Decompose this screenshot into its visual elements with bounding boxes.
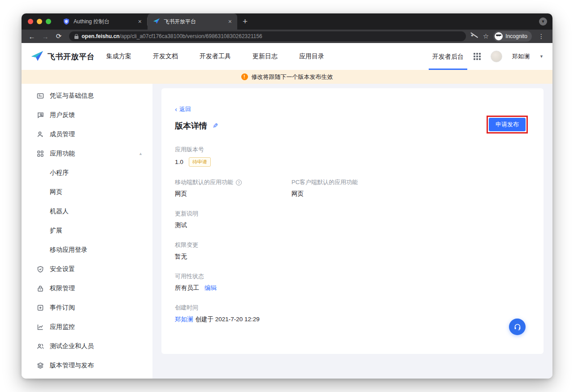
lock-icon <box>74 34 78 39</box>
tab-close-icon[interactable]: × <box>138 18 142 25</box>
avatar[interactable] <box>491 51 502 62</box>
edit-link[interactable]: 编辑 <box>204 284 217 292</box>
star-icon[interactable]: ☆ <box>483 32 489 40</box>
sidebar-item-label: 扩展 <box>50 227 62 235</box>
version-detail-card: ‹ 返回 版本详情 ✎ 申请发布 应用版本号 1.0 待申请 <box>161 88 544 354</box>
sidebar-item-version-mgmt[interactable]: 版本管理与发布 <box>22 356 152 375</box>
sidebar-item-label: 版本管理与发布 <box>50 362 94 370</box>
tab-close-icon[interactable]: × <box>228 18 232 25</box>
collapse-arrow-icon[interactable]: ▲ <box>139 151 143 156</box>
sidebar-item-label: 网页 <box>50 188 62 196</box>
sidebar-item-permissions[interactable]: 权限管理 <box>22 279 152 298</box>
new-tab-button[interactable]: + <box>237 17 253 26</box>
annotation-red-box: 申请发布 <box>487 116 528 134</box>
sidebar-item-label: 事件订阅 <box>50 304 75 312</box>
sidebar-item-test-org[interactable]: 测试企业和人员 <box>22 336 152 356</box>
traffic-lights <box>22 19 57 24</box>
nav-item-changelog[interactable]: 更新日志 <box>252 52 278 60</box>
alert-icon: ! <box>241 73 248 80</box>
sidebar-item-app-features[interactable]: 应用功能 ▲ <box>22 144 152 163</box>
sidebar-item-members[interactable]: 成员管理 <box>22 125 152 144</box>
creator-link[interactable]: 郑如澜 <box>175 315 193 323</box>
kebab-menu-icon[interactable]: ⋮ <box>536 33 546 40</box>
page-title: 版本详情 <box>175 121 207 131</box>
nav-menu: 集成方案 开发文档 开发者工具 更新日志 应用目录 <box>106 52 324 60</box>
sidebar-item-security[interactable]: 安全设置 <box>22 259 152 279</box>
sidebar-item-extension[interactable]: 扩展 <box>22 221 152 240</box>
apps-grid-icon[interactable] <box>474 53 481 60</box>
tab-title: Authing 控制台 <box>74 18 135 26</box>
sidebar-item-feedback[interactable]: 用户反馈 <box>22 105 152 125</box>
sidebar-item-miniprogram[interactable]: 小程序 <box>22 163 152 182</box>
nav-item-tools[interactable]: 开发者工具 <box>200 52 231 60</box>
sidebar-item-label: 机器人 <box>50 207 69 215</box>
permission-value: 暂无 <box>175 253 530 261</box>
sidebar-item-monitoring[interactable]: 应用监控 <box>22 317 152 336</box>
feishu-top-nav: 飞书开放平台 集成方案 开发文档 开发者工具 更新日志 应用目录 开发者后台 郑… <box>22 43 552 70</box>
sidebar-item-bot[interactable]: 机器人 <box>22 202 152 221</box>
help-circle-icon[interactable]: ? <box>236 180 242 185</box>
field-label: 应用版本号 <box>175 146 530 154</box>
sidebar-item-mobile-login[interactable]: 移动应用登录 <box>22 240 152 259</box>
reload-icon[interactable]: ⟳ <box>53 32 65 40</box>
feishu-logo-icon <box>30 51 44 62</box>
sidebar-item-label: 用户反馈 <box>50 111 75 119</box>
back-link[interactable]: ‹ 返回 <box>175 105 191 113</box>
address-bar[interactable]: open.feishu.cn/app/cli_a07cf176ca38100b/… <box>69 31 466 41</box>
edit-pencil-icon[interactable]: ✎ <box>213 122 218 130</box>
chevron-left-icon: ‹ <box>175 107 177 112</box>
headset-icon <box>513 323 522 331</box>
field-created-time: 创建时间 郑如澜 创建于 2021-7-20 12:29 <box>175 304 530 323</box>
field-default-features: 移动端默认的应用功能 ? 网页 PC客户端默认的应用功能 网页 <box>175 178 530 198</box>
sidebar-item-label: 测试企业和人员 <box>50 342 94 350</box>
brand[interactable]: 飞书开放平台 <box>30 51 95 62</box>
nav-item-directory[interactable]: 应用目录 <box>299 52 324 60</box>
sidebar-item-label: 移动应用登录 <box>50 246 87 254</box>
forward-icon[interactable]: → <box>39 33 51 40</box>
sidebar-item-event-subscribe[interactable]: 事件订阅 <box>22 298 152 317</box>
nav-item-integration[interactable]: 集成方案 <box>106 52 131 60</box>
minimize-window-button[interactable] <box>37 19 42 24</box>
sidebar-item-webpage[interactable]: 网页 <box>22 182 152 202</box>
browser-window: Authing 控制台 × 飞书开放平台 × + ▼ ← → ⟳ open.fe… <box>22 13 552 379</box>
zoom-window-button[interactable] <box>46 19 51 24</box>
people-icon <box>37 343 44 350</box>
layers-icon <box>37 362 44 369</box>
tab-search-button[interactable]: ▼ <box>539 17 547 26</box>
feishu-favicon <box>153 18 160 25</box>
user-name[interactable]: 郑如澜 <box>512 52 530 60</box>
sidebar-item-label: 凭证与基础信息 <box>50 92 94 100</box>
field-version: 应用版本号 1.0 待申请 <box>175 146 530 167</box>
apply-publish-button[interactable]: 申请发布 <box>489 118 526 131</box>
member-add-icon <box>37 131 44 138</box>
shield-favicon <box>63 18 70 25</box>
brand-name: 飞书开放平台 <box>48 52 95 62</box>
shield-check-icon <box>37 266 44 273</box>
pc-feature-value: 网页 <box>291 190 358 198</box>
support-fab[interactable] <box>509 319 526 335</box>
version-value: 1.0 <box>175 159 183 165</box>
toolbar-right: ☆ Incognito ⋮ <box>470 31 548 42</box>
sidebar-item-label: 安全设置 <box>50 265 75 273</box>
tab-authing[interactable]: Authing 控制台 × <box>57 13 147 30</box>
sidebar-item-credentials[interactable]: 凭证与基础信息 <box>22 86 152 105</box>
field-label: PC客户端默认的应用功能 <box>291 178 358 186</box>
lock-icon <box>37 285 44 292</box>
back-icon[interactable]: ← <box>26 33 38 40</box>
console-link[interactable]: 开发者后台 <box>432 43 464 70</box>
availability-value: 所有员工 <box>175 284 199 292</box>
field-permission-change: 权限变更 暂无 <box>175 241 530 261</box>
sidebar: 凭证与基础信息 用户反馈 成员管理 应用功能 ▲ 小程序 网页 机器人 扩展 移… <box>22 84 152 379</box>
eye-off-icon[interactable] <box>470 33 478 39</box>
field-availability: 可用性状态 所有员工 编辑 <box>175 272 530 292</box>
nav-item-docs[interactable]: 开发文档 <box>153 52 178 60</box>
incognito-label: Incognito <box>505 33 527 39</box>
tab-feishu[interactable]: 飞书开放平台 × <box>148 13 237 30</box>
monitor-chart-icon <box>37 323 44 331</box>
field-label: 可用性状态 <box>175 272 530 280</box>
status-badge: 待申请 <box>189 157 211 167</box>
created-text: 创建于 2021-7-20 12:29 <box>196 315 260 323</box>
chevron-down-icon[interactable]: ▼ <box>539 54 544 59</box>
feedback-icon <box>37 112 44 119</box>
close-window-button[interactable] <box>28 19 33 24</box>
